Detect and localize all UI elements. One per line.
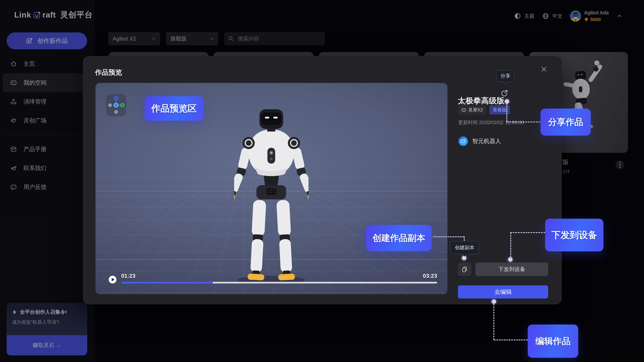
duplicate-button[interactable]	[458, 263, 472, 276]
axis-gizmo[interactable]: Z Y X	[106, 94, 126, 116]
robot-face-icon	[460, 138, 466, 144]
author-avatar	[458, 136, 468, 146]
edit-button[interactable]: 去编辑	[458, 285, 548, 299]
app-root: Link raft 灵创平台 创作新作品 主页	[0, 0, 644, 362]
gizmo-z-label: Z	[115, 97, 117, 100]
edition-tag: 青春版	[489, 105, 510, 115]
total-time: 03:23	[422, 273, 437, 279]
progress-bar[interactable]	[122, 282, 437, 284]
robot-model	[234, 108, 308, 287]
robot-face-icon	[462, 108, 466, 112]
work-title: 太极拳高级版	[458, 96, 504, 106]
model-tag: 灵犀X2	[458, 105, 486, 115]
author-row[interactable]: 智元机器人	[458, 136, 501, 146]
preview-viewport[interactable]: Z Y X 01:23 03:23	[96, 83, 448, 294]
updated-time: 更新时间 2020/02/02 12:00:00	[458, 119, 524, 126]
model-tag-label: 灵犀X2	[468, 107, 483, 113]
play-icon	[109, 276, 116, 284]
work-preview-modal: 作品预览	[83, 56, 562, 304]
close-icon[interactable]	[540, 65, 548, 74]
share-icon[interactable]	[500, 89, 508, 98]
tag-row: 灵犀X2 青春版	[458, 105, 510, 115]
current-time: 01:23	[121, 273, 136, 279]
deploy-button[interactable]: 下发到设备	[476, 263, 548, 276]
progress-fill	[122, 282, 213, 284]
play-button[interactable]	[109, 276, 116, 284]
gizmo-x-label: X	[122, 104, 123, 107]
copy-icon	[461, 266, 468, 273]
gizmo-y-label: Y	[115, 104, 117, 107]
author-name: 智元机器人	[472, 137, 501, 145]
modal-title: 作品预览	[95, 68, 122, 77]
